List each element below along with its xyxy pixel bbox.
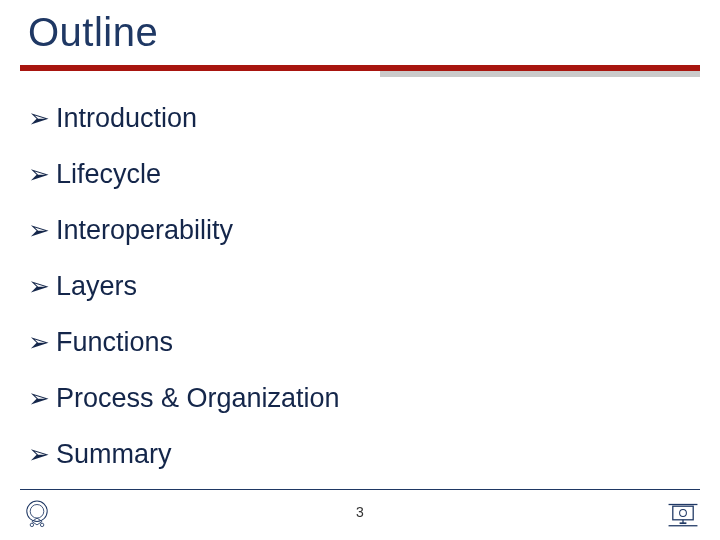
list-item-label: Functions (56, 327, 173, 358)
list-item-label: Summary (56, 439, 172, 470)
list-item-label: Interoperability (56, 215, 233, 246)
list-item: ➢ Interoperability (28, 202, 688, 258)
svg-point-3 (40, 523, 43, 526)
title-rule-shadow (380, 71, 700, 77)
svg-rect-5 (673, 506, 693, 520)
list-item: ➢ Introduction (28, 90, 688, 146)
slide: Outline ➢ Introduction ➢ Lifecycle ➢ Int… (0, 0, 720, 540)
list-item: ➢ Lifecycle (28, 146, 688, 202)
svg-point-6 (680, 510, 687, 517)
footer-rule (20, 489, 700, 490)
list-item: ➢ Process & Organization (28, 370, 688, 426)
arrow-right-icon: ➢ (28, 217, 50, 243)
page-number: 3 (0, 504, 720, 520)
seal-icon (20, 496, 54, 530)
list-item: ➢ Functions (28, 314, 688, 370)
svg-point-2 (30, 523, 33, 526)
list-item: ➢ Layers (28, 258, 688, 314)
arrow-right-icon: ➢ (28, 273, 50, 299)
arrow-right-icon: ➢ (28, 161, 50, 187)
list-item-label: Introduction (56, 103, 197, 134)
list-item-label: Lifecycle (56, 159, 161, 190)
svg-point-1 (30, 505, 44, 519)
outline-list: ➢ Introduction ➢ Lifecycle ➢ Interoperab… (28, 90, 688, 482)
list-item-label: Process & Organization (56, 383, 340, 414)
arrow-right-icon: ➢ (28, 385, 50, 411)
arrow-right-icon: ➢ (28, 441, 50, 467)
arrow-right-icon: ➢ (28, 105, 50, 131)
arrow-right-icon: ➢ (28, 329, 50, 355)
page-title: Outline (28, 10, 158, 55)
list-item-label: Layers (56, 271, 137, 302)
list-item: ➢ Summary (28, 426, 688, 482)
monitor-icon (666, 496, 700, 530)
